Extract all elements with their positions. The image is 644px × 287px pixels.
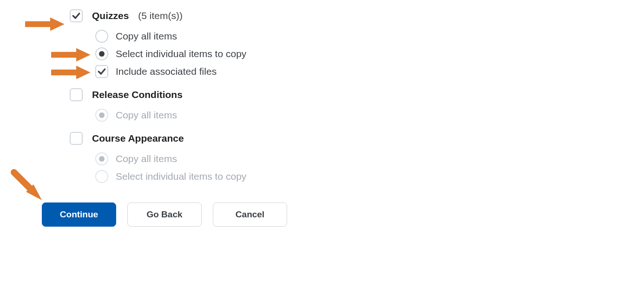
appearance-copy-all-radio[interactable] — [95, 152, 108, 165]
cancel-button[interactable]: Cancel — [213, 202, 287, 227]
release-copy-all-radio[interactable] — [95, 109, 108, 122]
annotation-arrow-icon — [51, 63, 93, 82]
annotation-arrow-icon — [51, 46, 93, 64]
quizzes-checkbox[interactable] — [70, 9, 83, 22]
radio-dot-icon — [99, 51, 105, 57]
release-copy-all-label: Copy all items — [116, 110, 177, 121]
quizzes-include-files-label: Include associated files — [116, 66, 217, 77]
section-course-appearance: Course Appearance Copy all items Select … — [19, 132, 625, 189]
release-copy-all-row: Copy all items — [95, 108, 625, 123]
continue-button[interactable]: Continue — [42, 202, 116, 227]
check-icon — [72, 11, 81, 20]
quizzes-include-files-row: Include associated files — [95, 64, 625, 79]
check-icon — [97, 67, 106, 76]
quizzes-copy-all-label: Copy all items — [116, 31, 177, 42]
quizzes-copy-all-radio[interactable] — [95, 30, 108, 43]
appearance-copy-all-row: Copy all items — [95, 151, 625, 166]
button-row: Continue Go Back Cancel — [19, 193, 625, 227]
appearance-select-individual-radio[interactable] — [95, 170, 108, 183]
quizzes-select-individual-row: Select individual items to copy — [95, 46, 625, 61]
release-label: Release Conditions — [92, 89, 183, 100]
quizzes-select-individual-label: Select individual items to copy — [116, 48, 246, 59]
go-back-button[interactable]: Go Back — [127, 202, 202, 227]
appearance-copy-all-label: Copy all items — [116, 153, 177, 164]
quizzes-count: (5 item(s)) — [138, 10, 183, 21]
section-release-conditions: Release Conditions Copy all items — [19, 88, 625, 128]
quizzes-label: Quizzes — [92, 10, 129, 21]
release-checkbox[interactable] — [70, 88, 83, 101]
appearance-select-individual-label: Select individual items to copy — [116, 171, 246, 182]
radio-dot-icon — [99, 112, 105, 118]
quizzes-copy-all-row: Copy all items — [95, 29, 625, 44]
appearance-select-individual-row: Select individual items to copy — [95, 169, 625, 184]
quizzes-include-files-checkbox[interactable] — [95, 65, 108, 78]
section-quizzes: Quizzes (5 item(s)) Copy all items Selec… — [19, 9, 625, 85]
appearance-checkbox[interactable] — [70, 132, 83, 145]
appearance-label: Course Appearance — [92, 133, 184, 144]
radio-dot-icon — [99, 156, 105, 162]
quizzes-select-individual-radio[interactable] — [95, 47, 108, 60]
